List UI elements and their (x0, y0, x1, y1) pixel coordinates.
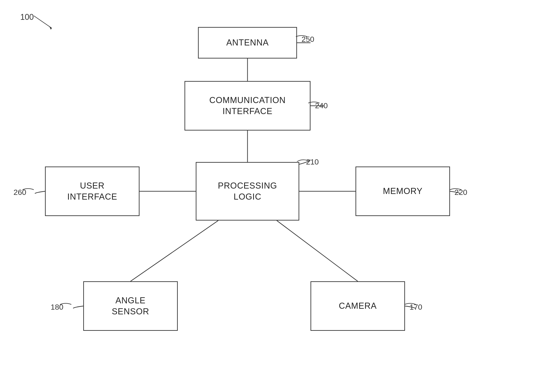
user-interface-label: USER INTERFACE (67, 180, 117, 202)
angle-ref-tick (59, 301, 77, 308)
svg-marker-7 (49, 26, 52, 30)
angle-sensor-box: ANGLE SENSOR (83, 281, 178, 331)
antenna-label: ANTENNA (226, 37, 269, 48)
figure-arrow (29, 14, 56, 31)
memory-label: MEMORY (383, 186, 423, 197)
camera-ref-tick (403, 301, 421, 308)
proc-ref-tick (296, 157, 314, 164)
antenna-ref-tick (295, 33, 313, 40)
antenna-box: ANTENNA (198, 27, 297, 59)
svg-line-6 (34, 16, 52, 28)
diagram: 100 ANTENNA 250 COMMUNICATION INTERFACE … (0, 0, 540, 392)
processing-logic-label: PROCESSING LOGIC (218, 180, 277, 202)
ui-ref-tick (21, 186, 39, 193)
angle-sensor-label: ANGLE SENSOR (112, 295, 149, 317)
processing-logic-box: PROCESSING LOGIC (196, 162, 299, 221)
comm-interface-box: COMMUNICATION INTERFACE (185, 81, 310, 131)
svg-line-5 (277, 221, 358, 281)
svg-line-4 (130, 221, 218, 281)
camera-label: CAMERA (339, 300, 377, 312)
comm-interface-label: COMMUNICATION INTERFACE (209, 95, 286, 117)
user-interface-box: USER INTERFACE (45, 166, 140, 216)
memory-box: MEMORY (355, 166, 450, 216)
mem-ref-tick (449, 186, 467, 193)
camera-box: CAMERA (310, 281, 405, 331)
comm-ref-tick (307, 100, 325, 106)
